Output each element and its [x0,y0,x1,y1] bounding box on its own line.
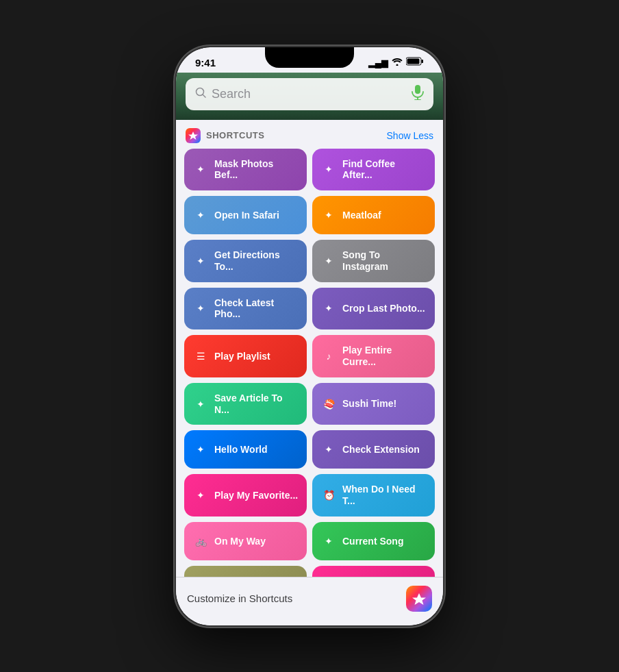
shortcut-icon-8: ☰ [192,348,209,364]
shortcut-btn-3[interactable]: ✦Meatloaf [312,196,435,234]
shortcut-icon-13: ✦ [320,441,337,458]
svg-point-0 [396,64,399,66]
shortcut-btn-9[interactable]: ♪Play Entire Curre... [312,335,435,377]
shortcut-label-11: Sushi Time! [342,398,396,410]
notch [265,47,354,68]
shortcut-icon-0: ✦ [192,161,209,177]
search-placeholder: Search [212,87,406,101]
status-icons: ▂▄▆ [368,57,424,68]
shortcut-icon-3: ✦ [320,207,337,223]
bottom-bar: Customize in Shortcuts [176,577,443,625]
shortcut-label-16: On My Way [214,536,266,547]
shortcut-label-12: Hello World [214,444,268,456]
shortcut-label-3: Meatloaf [342,210,381,221]
shortcuts-logo [186,128,201,143]
shortcut-btn-17[interactable]: ✦Current Song [312,522,435,560]
mic-icon[interactable] [412,85,424,103]
svg-line-5 [203,95,205,97]
shortcut-icon-17: ✦ [320,533,337,549]
shortcut-btn-5[interactable]: ✦Song To Instagram [312,240,435,282]
shortcut-btn-15[interactable]: ⏰When Do I Need T... [312,474,435,517]
search-icon [195,87,206,101]
shortcut-label-1: Find Coffee After... [342,158,427,182]
shortcut-label-7: Crop Last Photo... [342,303,425,314]
shortcut-label-15: When Do I Need T... [342,484,427,507]
shortcut-label-0: Mask Photos Bef... [214,158,299,182]
shortcut-btn-8[interactable]: ☰Play Playlist [184,335,307,377]
shortcut-btn-14[interactable]: ✦Play My Favorite... [184,474,307,517]
svg-rect-2 [422,60,424,63]
search-bar[interactable]: Search [186,78,433,110]
shortcut-btn-7[interactable]: ✦Crop Last Photo... [312,288,435,330]
shortcut-label-4: Get Directions To... [214,249,299,273]
phone-screen: 9:41 ▂▄▆ [176,47,443,625]
shortcut-icon-4: ✦ [192,253,209,269]
shortcut-btn-6[interactable]: ✦Check Latest Pho... [184,288,307,330]
shortcut-btn-1[interactable]: ✦Find Coffee After... [312,149,435,191]
shortcut-icon-14: ✦ [192,487,209,503]
shortcut-label-9: Play Entire Curre... [342,345,427,368]
shortcut-label-17: Current Song [342,536,403,547]
shortcut-icon-12: ✦ [192,441,209,458]
main-content[interactable]: SHORTCUTS Show Less ✦Mask Photos Bef...✦… [176,120,443,577]
shortcuts-app-icon[interactable] [406,586,432,612]
section-title: SHORTCUTS [206,130,264,140]
shortcut-icon-1: ✦ [320,161,337,177]
shortcut-btn-4[interactable]: ✦Get Directions To... [184,240,307,282]
shortcut-btn-19[interactable]: 🏠Home ETA [312,566,435,576]
shortcut-label-14: Play My Favorite... [214,490,298,501]
shortcut-label-5: Song To Instagram [342,249,427,273]
shortcut-icon-2: ✦ [192,207,209,223]
shortcut-label-8: Play Playlist [214,351,270,362]
phone-frame: 9:41 ▂▄▆ [176,47,443,625]
svg-rect-3 [407,59,420,64]
shortcut-icon-16: 🚲 [192,533,209,549]
shortcut-icon-9: ♪ [320,348,337,364]
section-header: SHORTCUTS Show Less [176,120,443,149]
section-header-left: SHORTCUTS [186,128,264,143]
customize-label: Customize in Shortcuts [187,593,292,604]
shortcut-icon-10: ✦ [192,396,209,412]
shortcut-label-6: Check Latest Pho... [214,297,299,321]
shortcut-btn-16[interactable]: 🚲On My Way [184,522,307,560]
status-time: 9:41 [195,57,216,69]
svg-rect-6 [415,85,420,94]
shortcut-btn-10[interactable]: ✦Save Article To N... [184,383,307,425]
shortcut-btn-12[interactable]: ✦Hello World [184,430,307,469]
signal-icon: ▂▄▆ [368,58,388,68]
shortcuts-grid: ✦Mask Photos Bef...✦Find Coffee After...… [176,149,443,577]
shortcut-label-13: Check Extension [342,444,420,456]
shortcut-label-2: Open In Safari [214,210,279,221]
shortcut-btn-11[interactable]: 🍣Sushi Time! [312,383,435,425]
shortcut-btn-18[interactable]: ✦Radio Alert [184,566,307,576]
shortcut-icon-5: ✦ [320,253,337,269]
search-section: Search [176,73,443,120]
shortcut-btn-13[interactable]: ✦Check Extension [312,430,435,469]
wifi-icon [392,58,403,68]
shortcut-btn-2[interactable]: ✦Open In Safari [184,196,307,234]
shortcut-icon-6: ✦ [192,300,209,316]
shortcut-btn-0[interactable]: ✦Mask Photos Bef... [184,149,307,191]
shortcut-icon-15: ⏰ [320,487,337,503]
battery-icon [406,57,424,68]
shortcut-label-10: Save Article To N... [214,393,299,416]
shortcut-icon-7: ✦ [320,300,337,316]
show-less-button[interactable]: Show Less [387,130,433,141]
shortcut-icon-11: 🍣 [320,396,337,412]
